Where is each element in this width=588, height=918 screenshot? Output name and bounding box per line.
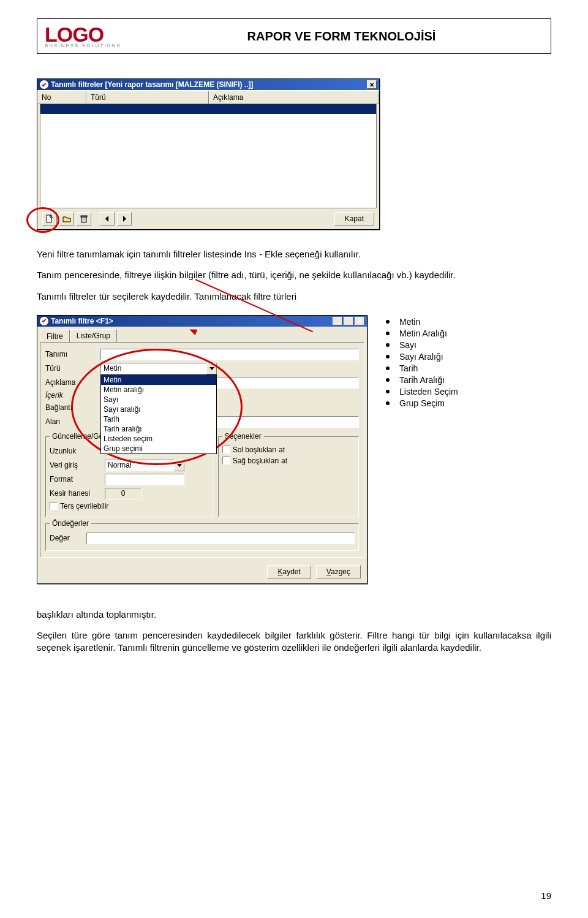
- label-kesir: Kesir hanesi: [50, 489, 105, 498]
- dropdown-option[interactable]: Sayı: [101, 395, 216, 404]
- tab-filtre[interactable]: Filtre: [40, 330, 70, 343]
- close-icon[interactable]: ✕: [355, 317, 364, 325]
- type-item: Sayı: [399, 340, 417, 350]
- close-button[interactable]: Kapat: [334, 212, 374, 226]
- svg-rect-2: [81, 216, 87, 217]
- app-icon: ✔: [40, 317, 48, 325]
- col-turu[interactable]: Türü: [86, 91, 209, 104]
- input-tanimi[interactable]: [100, 349, 359, 360]
- label-alan: Alan: [45, 417, 100, 426]
- label-ters: Ters çevrilebilir: [60, 502, 108, 510]
- maximize-icon[interactable]: □: [344, 317, 353, 325]
- window-title-text: Tanımlı filtreler [Yeni rapor tasarımı […: [51, 80, 254, 89]
- label-deger: Değer: [50, 534, 86, 542]
- label-baglanti: Bağlantı: [45, 403, 100, 412]
- col-aciklama[interactable]: Açıklama: [209, 91, 379, 104]
- type-item: Sayı Aralığı: [399, 352, 443, 362]
- dropdown-option[interactable]: Listeden seçim: [101, 434, 216, 444]
- window-toolbar: Kapat: [37, 208, 379, 229]
- group-ondegerler: Öndeğerler: [50, 519, 91, 528]
- type-item: Tarih: [399, 363, 418, 373]
- combo-verigiris[interactable]: Normal: [105, 460, 174, 471]
- label-sag: Sağ boşlukları at: [233, 457, 287, 465]
- page-number: 19: [541, 890, 551, 901]
- combo-turu[interactable]: Metin: [100, 363, 206, 374]
- bullet-icon: [386, 343, 390, 347]
- checkbox-ters[interactable]: [50, 502, 58, 510]
- input-kesir[interactable]: 0: [105, 488, 141, 499]
- tab-liste-grup[interactable]: Liste/Grup: [70, 329, 117, 342]
- label-verigiris: Veri giriş: [50, 461, 105, 469]
- tabs: Filtre Liste/Grup: [37, 327, 367, 342]
- svg-rect-1: [81, 217, 86, 222]
- bullet-icon: [386, 366, 390, 370]
- logo: LOGO BUSINESS SOLUTIONS: [45, 24, 121, 48]
- defined-filters-window: ✔ Tanımlı filtreler [Yeni rapor tasarımı…: [37, 78, 380, 230]
- label-tanimi: Tanımı: [45, 350, 100, 358]
- bullet-icon: [386, 378, 390, 382]
- type-item: Tarih Aralığı: [399, 375, 445, 385]
- window2-titlebar[interactable]: ✔ Tanımlı filtre <F1> _ □ ✕: [37, 316, 367, 327]
- minimize-icon[interactable]: _: [333, 317, 342, 325]
- grid-header: No Türü Açıklama: [37, 90, 379, 104]
- bullet-icon: [386, 401, 390, 405]
- label-uzunluk: Uzunluk: [50, 447, 105, 455]
- grid-selected-row[interactable]: [40, 104, 376, 114]
- bullet-icon: [386, 320, 390, 324]
- paragraph-3: Tanımlı filtreler tür seçilerek kaydedil…: [37, 290, 551, 303]
- checkbox-sol[interactable]: [222, 446, 230, 453]
- open-icon[interactable]: [59, 212, 74, 226]
- new-icon[interactable]: [42, 212, 57, 226]
- app-icon: ✔: [40, 80, 48, 89]
- type-item: Metin Aralığı: [399, 328, 447, 338]
- dropdown-option[interactable]: Tarih aralığı: [101, 424, 216, 434]
- label-format: Format: [50, 475, 105, 484]
- page-title: RAPOR VE FORM TEKNOLOJİSİ: [140, 29, 543, 44]
- label-aciklama: Açıklama: [45, 378, 100, 387]
- chevron-down-icon[interactable]: [174, 460, 184, 471]
- grid-body[interactable]: [40, 104, 377, 208]
- next-icon[interactable]: [117, 212, 132, 226]
- cancel-button[interactable]: Vazgeç: [316, 565, 361, 578]
- filter-types-list: Metin Metin Aralığı Sayı Sayı Aralığı Ta…: [386, 315, 458, 410]
- label-icerik: İçerik: [45, 391, 100, 400]
- input-deger[interactable]: [86, 533, 355, 544]
- window2-title-text: Tanımlı filtre <F1>: [51, 317, 113, 325]
- form-body: Tanımı Türü Metin Metin Metin aralığı Sa…: [40, 342, 364, 558]
- dropdown-option[interactable]: Sayı aralığı: [101, 404, 216, 414]
- paragraph-1: Yeni filtre tanımlamak için tanımlı filt…: [37, 248, 551, 260]
- label-turu: Türü: [45, 364, 100, 373]
- dropdown-option[interactable]: Grup seçimi: [101, 444, 216, 453]
- bullet-icon: [386, 332, 390, 335]
- label-sol: Sol boşlukları at: [233, 446, 285, 454]
- type-item: Grup Seçim: [399, 398, 445, 408]
- save-button[interactable]: KKaydetaydet: [267, 565, 311, 578]
- paragraph-4: başlıkları altında toplanmıştır.: [37, 609, 551, 621]
- window-titlebar[interactable]: ✔ Tanımlı filtreler [Yeni rapor tasarımı…: [37, 79, 379, 90]
- dropdown-option[interactable]: Tarih: [101, 414, 216, 424]
- col-no[interactable]: No: [37, 91, 86, 104]
- bullet-icon: [386, 390, 390, 393]
- type-item: Metin: [399, 317, 420, 327]
- bullet-icon: [386, 355, 390, 358]
- group-secenekler: Seçenekler: [222, 432, 264, 441]
- page-header: LOGO BUSINESS SOLUTIONS RAPOR VE FORM TE…: [37, 18, 551, 54]
- paragraph-5: Seçilen türe göre tanım penceresinden ka…: [37, 629, 551, 654]
- type-item: Listeden Seçim: [399, 387, 458, 396]
- turu-dropdown[interactable]: Metin Metin aralığı Sayı Sayı aralığı Ta…: [100, 374, 217, 454]
- dropdown-option[interactable]: Metin aralığı: [101, 385, 216, 395]
- logo-subtitle: BUSINESS SOLUTIONS: [45, 44, 121, 48]
- checkbox-sag[interactable]: [222, 457, 230, 465]
- input-format[interactable]: [105, 474, 184, 485]
- paragraph-2: Tanım penceresinde, filtreye ilişkin bil…: [37, 269, 551, 281]
- defined-filter-window: ✔ Tanımlı filtre <F1> _ □ ✕ Filtre Liste…: [37, 315, 368, 584]
- prev-icon[interactable]: [100, 212, 115, 226]
- chevron-down-icon[interactable]: [206, 363, 217, 374]
- logo-text: LOGO: [45, 24, 104, 45]
- close-icon[interactable]: ✕: [367, 80, 377, 89]
- dropdown-option[interactable]: Metin: [101, 375, 216, 385]
- delete-icon[interactable]: [77, 212, 91, 226]
